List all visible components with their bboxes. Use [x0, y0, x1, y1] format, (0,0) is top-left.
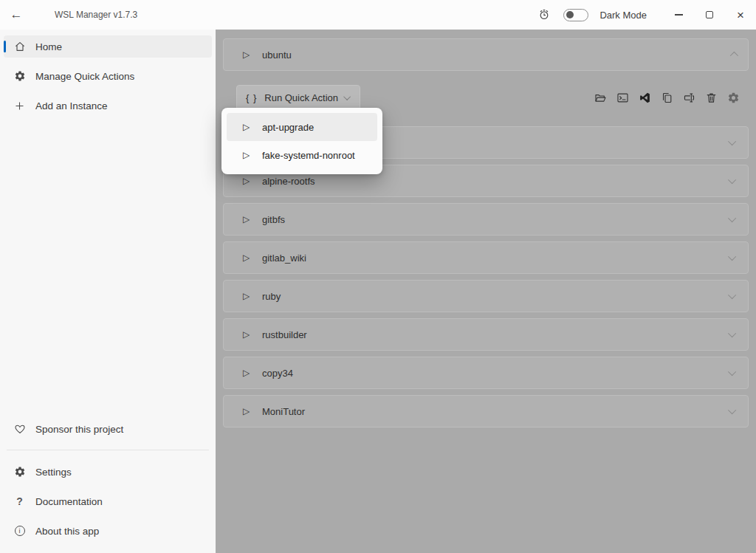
plus-icon — [13, 100, 26, 112]
chevron-down-icon[interactable] — [728, 214, 736, 222]
instance-name: copy34 — [262, 368, 293, 379]
home-icon — [13, 41, 26, 53]
instance-action-icons — [594, 92, 749, 104]
chevron-down-icon[interactable] — [728, 406, 736, 414]
chevron-up-icon[interactable] — [730, 52, 738, 60]
menu-item-label: fake-systemd-nonroot — [262, 150, 355, 161]
close-icon: × — [737, 9, 744, 21]
selected-accent-bar — [4, 41, 6, 52]
settings-icon[interactable] — [727, 92, 740, 104]
instance-name: MoniTutor — [262, 406, 305, 417]
vscode-icon[interactable] — [639, 92, 651, 104]
heart-icon — [13, 423, 26, 436]
instance-row-monitutor[interactable]: ▷ MoniTutor — [223, 395, 749, 427]
gear-plus-icon — [13, 70, 26, 83]
play-icon[interactable]: ▷ — [243, 253, 253, 263]
rename-icon[interactable] — [683, 92, 695, 104]
play-icon[interactable]: ▷ — [243, 49, 253, 60]
sidebar: Home Manage Quick Actions Add an Instanc… — [0, 30, 216, 553]
play-icon: ▷ — [243, 122, 253, 132]
info-icon: i — [13, 525, 26, 537]
instance-name: ubuntu — [262, 49, 292, 61]
sidebar-item-label: Documentation — [35, 496, 103, 507]
instance-row-copy34[interactable]: ▷ copy34 — [223, 357, 749, 389]
chevron-down-icon[interactable] — [728, 329, 736, 337]
play-icon[interactable]: ▷ — [243, 406, 253, 416]
chevron-down-icon[interactable] — [728, 137, 736, 145]
play-icon[interactable]: ▷ — [243, 214, 253, 224]
instance-row-rustbuilder[interactable]: ▷ rustbuilder — [223, 318, 749, 351]
sidebar-divider — [7, 450, 209, 450]
delete-icon[interactable] — [705, 92, 718, 104]
app-title: WSL Manager v1.7.3 — [55, 10, 137, 20]
sidebar-item-home[interactable]: Home — [4, 35, 212, 58]
instance-row-gitlab-wiki[interactable]: ▷ gitlab_wiki — [223, 241, 749, 274]
sidebar-item-add-instance[interactable]: Add an Instance — [4, 95, 212, 117]
minimize-button[interactable] — [663, 0, 694, 30]
sidebar-item-label: Manage Quick Actions — [35, 71, 134, 82]
sidebar-item-settings[interactable]: Settings — [4, 461, 212, 483]
chevron-down-icon[interactable] — [728, 176, 736, 184]
menu-item-fake-systemd-nonroot[interactable]: ▷ fake-systemd-nonroot — [227, 141, 377, 169]
sidebar-item-label: Add an Instance — [35, 100, 108, 111]
titlebar: ← WSL Manager v1.7.3 Dark Mode × — [0, 0, 756, 30]
open-folder-icon[interactable] — [594, 92, 607, 104]
app-window: ← WSL Manager v1.7.3 Dark Mode × — [0, 0, 756, 553]
play-icon[interactable]: ▷ — [243, 176, 253, 186]
minimize-icon — [675, 14, 683, 15]
instance-name: gitlab_wiki — [262, 253, 306, 264]
sidebar-item-about[interactable]: i About this app — [4, 520, 212, 542]
instance-name: rustbuilder — [262, 329, 307, 340]
sidebar-item-label: About this app — [35, 526, 99, 537]
sidebar-item-manage-quick-actions[interactable]: Manage Quick Actions — [4, 65, 212, 87]
dark-mode-label: Dark Mode — [599, 10, 647, 21]
dark-mode-toggle[interactable] — [563, 9, 588, 21]
terminal-icon[interactable] — [616, 92, 629, 104]
play-icon[interactable]: ▷ — [243, 368, 253, 378]
menu-item-apt-upgrade[interactable]: ▷ apt-upgrade — [227, 113, 377, 141]
instance-name: alpine-rootfs — [262, 176, 315, 187]
instance-row-ruby[interactable]: ▷ ruby — [223, 280, 749, 312]
sidebar-item-label: Settings — [35, 467, 72, 478]
maximize-icon — [706, 11, 713, 18]
run-quick-action-label: Run Quick Action — [264, 92, 338, 103]
gear-icon — [13, 466, 26, 478]
instance-row-gitbfs[interactable]: ▷ gitbfs — [223, 203, 749, 236]
chevron-down-icon[interactable] — [728, 368, 736, 376]
sidebar-item-documentation[interactable]: ? Documentation — [4, 490, 212, 512]
braces-icon: { } — [246, 92, 257, 103]
menu-item-label: apt-upgrade — [262, 122, 314, 133]
play-icon[interactable]: ▷ — [243, 291, 253, 301]
sidebar-item-sponsor[interactable]: Sponsor this project — [4, 418, 212, 440]
close-button[interactable]: × — [725, 0, 756, 30]
toggle-knob — [566, 11, 574, 18]
play-icon: ▷ — [243, 150, 253, 160]
chevron-down-icon — [343, 93, 351, 100]
question-icon: ? — [13, 495, 26, 508]
back-button[interactable]: ← — [0, 7, 32, 22]
titlebar-right: Dark Mode × — [538, 0, 756, 30]
instance-list: ▷ ubuntu { } Run Quick Action — [216, 30, 756, 553]
play-icon[interactable]: ▷ — [243, 329, 253, 340]
sidebar-spacer — [4, 124, 212, 418]
chevron-down-icon[interactable] — [728, 291, 736, 299]
run-quick-action-button[interactable]: { } Run Quick Action — [236, 85, 360, 110]
maximize-button[interactable] — [694, 0, 725, 30]
chevron-down-icon[interactable] — [728, 253, 736, 261]
copy-icon[interactable] — [661, 92, 673, 104]
instance-name: gitbfs — [262, 214, 285, 225]
sidebar-item-label: Sponsor this project — [35, 424, 123, 435]
alarm-icon[interactable] — [538, 9, 550, 21]
sidebar-item-label: Home — [35, 41, 62, 52]
instance-name: ruby — [262, 291, 281, 302]
quick-action-menu: ▷ apt-upgrade ▷ fake-systemd-nonroot — [221, 108, 382, 174]
instance-row-ubuntu[interactable]: ▷ ubuntu — [223, 38, 749, 71]
